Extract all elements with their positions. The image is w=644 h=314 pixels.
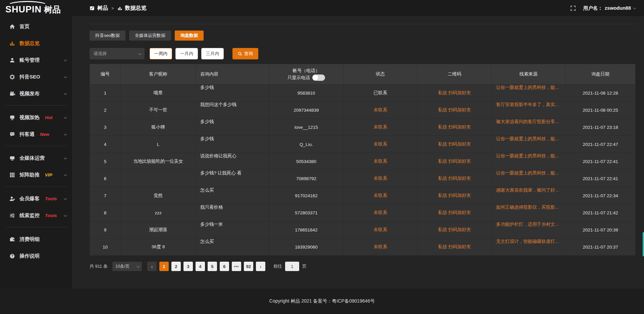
cell-account: 572803371 — [269, 204, 343, 221]
cell-qrcode[interactable]: 私信 扫码加好友 — [418, 153, 492, 170]
cell-content: 多少钱 — [196, 85, 269, 101]
cell-qrcode[interactable]: 私信 扫码加好友 — [418, 102, 492, 118]
cell-source[interactable]: 让你一眼就爱上的黑科技，能... — [492, 153, 566, 170]
sidebar-item-media-operation[interactable]: 全媒体运营 — [0, 150, 72, 166]
cell-source[interactable]: 让你一眼就爱上的黑科技，能... — [492, 136, 566, 153]
cell-qrcode[interactable]: 私信 扫码加好友 — [418, 119, 492, 136]
search-icon — [238, 52, 242, 56]
cell-qrcode[interactable]: 私信 扫码加好友 — [418, 221, 492, 238]
cell-source[interactable]: 无主灯设计，智能磁吸轨道灯... — [492, 239, 566, 255]
cell-source[interactable]: 让你一眼就爱上的黑科技，能... — [492, 85, 566, 101]
sidebar-item-consume-detail[interactable]: 消费明细 — [0, 231, 72, 248]
chevron-down-icon — [138, 52, 142, 55]
sidebar-item-label: 抖客通 — [19, 131, 35, 138]
chevron-down-icon — [64, 75, 67, 78]
page-button-5[interactable]: 5 — [208, 262, 217, 271]
next-page-button[interactable]: › — [256, 262, 265, 271]
tab-media-operation-data[interactable]: 全媒体运营数据 — [129, 31, 171, 41]
range-button-one-month[interactable]: 一月内 — [175, 48, 198, 59]
sidebar-item-douyin-seo[interactable]: 抖音SEO — [0, 68, 72, 85]
cell-source[interactable]: 被大家追着问的客厅投影分享... — [492, 119, 566, 136]
bar-chart-icon — [117, 6, 122, 11]
table-row: 7觉然怎么买917024162未联系私信 扫码加好友感谢大家喜欢我家，被问了好.… — [90, 187, 635, 204]
pagination: 共 911 条 10条/页 ‹ 123456•••92 › 前往 页 — [90, 262, 636, 271]
page-button-1[interactable]: 1 — [159, 262, 169, 271]
goto-suffix: 页 — [302, 263, 307, 269]
filter-select[interactable]: 请选择 — [90, 48, 145, 59]
goto-page-input[interactable] — [285, 262, 299, 271]
cell-status: 未联系 — [343, 221, 418, 238]
cell-qrcode[interactable]: 私信 扫码加好友 — [418, 85, 492, 101]
prev-page-button[interactable]: ‹ — [147, 262, 157, 271]
cell-status: 已联系 — [343, 85, 418, 101]
cell-qrcode[interactable]: 私信 扫码加好友 — [418, 204, 492, 221]
sidebar-item-account-manage[interactable]: 账号管理 — [0, 52, 72, 68]
chevron-down-icon — [64, 156, 67, 159]
cell-content: 我想问这个多少钱 — [196, 102, 269, 118]
sidebar-item-member-baoke[interactable]: 会员爆客Tools — [0, 190, 72, 207]
cell-account: 917024162 — [269, 187, 343, 204]
sidebar-item-home[interactable]: 首页 — [0, 18, 72, 35]
table-row: 1哦章多少钱9583810已联系私信 扫码加好友让你一眼就爱上的黑科技，能...… — [90, 84, 635, 101]
sidebar-item-video-publish[interactable]: 视频发布 — [0, 85, 72, 102]
sidebar-item-operation-guide[interactable]: ?操作说明 — [0, 248, 72, 264]
tab-douyin-seo-data[interactable]: 抖音seo数据 — [90, 31, 125, 41]
cell-source[interactable]: 感谢大家喜欢我家，被问了好... — [492, 187, 566, 204]
sidebar-badge-tools: Tools — [45, 213, 57, 218]
range-button-three-month[interactable]: 三月内 — [201, 48, 224, 59]
cell-qrcode[interactable]: 私信 扫码加好友 — [418, 136, 492, 153]
sidebar-item-label: 消费明细 — [19, 236, 40, 243]
user-icon — [9, 57, 15, 63]
cell-content: 多少钱 — [196, 136, 269, 153]
sidebar-divider — [5, 146, 67, 146]
sidebar-item-matrix-boost[interactable]: 矩阵助推VIP — [0, 166, 72, 183]
sidebar-item-data-overview[interactable]: 数据总览 — [0, 35, 72, 52]
page-size-select[interactable]: 10条/页 — [112, 262, 142, 271]
video-camera-icon — [9, 91, 15, 97]
fullscreen-icon[interactable] — [570, 5, 576, 11]
phone-only-toggle[interactable] — [312, 74, 325, 81]
sidebar-item-label: 线索监控 — [19, 212, 40, 219]
cell-date: 2021-11-07 23:18 — [566, 119, 635, 136]
cell-source[interactable]: 客厅安装投影半年多了，真实... — [492, 102, 566, 118]
page-button-3[interactable]: 3 — [183, 262, 193, 271]
app-logo[interactable]: SHUPIN 树品 — [0, 0, 72, 16]
inquiry-table: 编号 客户昵称 咨询内容 帐号（电话） 只显示电话 状态 二维码 线索来源 询盘… — [90, 64, 636, 256]
page: SHUPIN 树品 树品 > 数据总览 用户名：zswodun88 首页数据总览… — [0, 0, 644, 314]
cell-qrcode[interactable]: 私信 扫码加好友 — [418, 170, 492, 187]
sidebar-item-douketong[interactable]: 抖客通New — [0, 126, 72, 143]
sidebar-item-clue-monitor[interactable]: 线索监控Tools — [0, 207, 72, 224]
breadcrumb-item-root[interactable]: 树品 — [97, 5, 108, 12]
cell-account: love__1215 — [269, 119, 343, 136]
search-button[interactable]: 查询 — [232, 48, 258, 59]
cell-id: 5 — [90, 153, 121, 170]
sidebar: 首页数据总览账号管理抖音SEO视频发布视频加热Hot抖客通New全媒体运营矩阵助… — [0, 16, 72, 289]
pages-more-button[interactable]: ••• — [232, 262, 241, 271]
page-button-92[interactable]: 92 — [244, 262, 253, 271]
cell-nickname: 哦章 — [121, 85, 196, 101]
page-button-2[interactable]: 2 — [171, 262, 181, 271]
user-menu[interactable]: 用户名：zswodun88 — [583, 5, 635, 11]
tab-inquiry-data[interactable]: 询盘数据 — [175, 31, 204, 41]
cell-source[interactable]: 让你一眼就爱上的黑科技，能... — [492, 170, 566, 187]
sidebar-item-video-heat[interactable]: 视频加热Hot — [0, 109, 72, 126]
range-button-one-week[interactable]: 一周内 — [150, 48, 172, 59]
filter-bar: 请选择 一周内一月内三月内 查询 — [90, 48, 636, 59]
page-button-4[interactable]: 4 — [196, 262, 205, 271]
chevron-down-icon — [64, 115, 67, 119]
page-button-6[interactable]: 6 — [220, 262, 229, 271]
topbar: SHUPIN 树品 树品 > 数据总览 用户名：zswodun88 — [0, 0, 644, 16]
cell-source[interactable]: 多功能护栏灯，适用于乡村文... — [492, 221, 566, 238]
cell-id: 2 — [90, 102, 121, 118]
chevron-down-icon — [137, 264, 140, 268]
svg-text:?: ? — [11, 254, 13, 258]
cell-qrcode[interactable]: 私信 扫码加好友 — [418, 239, 492, 255]
cell-qrcode[interactable]: 私信 扫码加好友 — [418, 187, 492, 204]
cell-source[interactable]: 如何正确选择投影仪，买投影... — [492, 204, 566, 221]
goto-page: 前往 页 — [273, 262, 307, 271]
sidebar-divider — [5, 227, 67, 227]
cell-status: 未联系 — [343, 204, 418, 221]
phone-toggle-label: 只显示电话 — [287, 74, 310, 81]
scrollbar-thumb[interactable] — [643, 232, 644, 256]
cell-date: 2021-11-07 21:42 — [566, 204, 635, 221]
